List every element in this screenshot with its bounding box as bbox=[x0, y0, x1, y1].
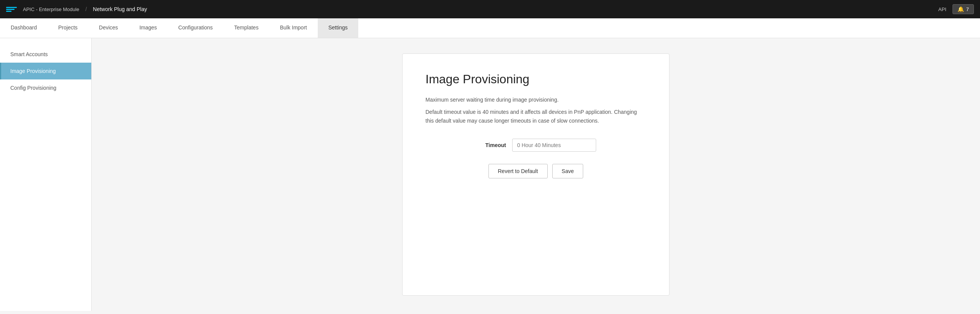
tab-projects[interactable]: Projects bbox=[48, 18, 89, 38]
main-content: Image Provisioning Maximum server waitin… bbox=[92, 38, 980, 311]
tab-templates[interactable]: Templates bbox=[223, 18, 269, 38]
tab-images[interactable]: Images bbox=[129, 18, 168, 38]
cisco-logo bbox=[6, 7, 17, 12]
save-button[interactable]: Save bbox=[552, 164, 584, 178]
api-link[interactable]: API bbox=[938, 6, 946, 12]
top-bar: APIC - Enterprise Module / Network Plug … bbox=[0, 0, 980, 18]
card-description-detail: Default timeout value is 40 minutes and … bbox=[425, 108, 646, 125]
sidebar: Smart Accounts Image Provisioning Config… bbox=[0, 38, 92, 311]
card-title: Image Provisioning bbox=[425, 72, 646, 86]
tab-dashboard[interactable]: Dashboard bbox=[0, 18, 48, 38]
notification-button[interactable]: 🔔 7 bbox=[953, 4, 974, 14]
breadcrumb-separator: / bbox=[85, 6, 87, 12]
card-description: Maximum server waiting time during image… bbox=[425, 95, 646, 104]
timeout-label: Timeout bbox=[475, 142, 506, 148]
page-title: Network Plug and Play bbox=[93, 6, 147, 12]
app-brand: APIC - Enterprise Module bbox=[23, 6, 79, 12]
bell-icon: 🔔 bbox=[957, 6, 964, 12]
revert-to-default-button[interactable]: Revert to Default bbox=[488, 164, 548, 178]
tab-configurations[interactable]: Configurations bbox=[168, 18, 223, 38]
timeout-form-row: Timeout bbox=[425, 139, 646, 152]
sidebar-item-smart-accounts[interactable]: Smart Accounts bbox=[0, 46, 91, 63]
button-row: Revert to Default Save bbox=[425, 164, 646, 178]
content-card: Image Provisioning Maximum server waitin… bbox=[402, 53, 670, 296]
page-layout: Smart Accounts Image Provisioning Config… bbox=[0, 38, 980, 311]
tab-bulk-import[interactable]: Bulk Import bbox=[269, 18, 318, 38]
notification-count: 7 bbox=[966, 6, 969, 12]
tab-settings[interactable]: Settings bbox=[318, 18, 359, 38]
main-navigation: Dashboard Projects Devices Images Config… bbox=[0, 18, 980, 38]
timeout-input[interactable] bbox=[512, 139, 596, 152]
sidebar-item-config-provisioning[interactable]: Config Provisioning bbox=[0, 79, 91, 96]
sidebar-item-image-provisioning[interactable]: Image Provisioning bbox=[0, 63, 91, 79]
top-bar-right: API 🔔 7 bbox=[938, 4, 974, 14]
tab-devices[interactable]: Devices bbox=[88, 18, 129, 38]
